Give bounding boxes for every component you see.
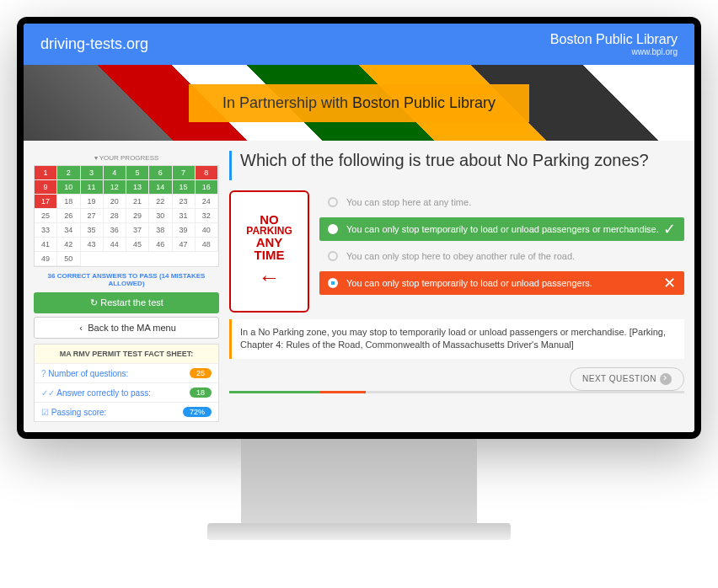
progress-cell[interactable]: 49 (35, 252, 57, 266)
progress-cell[interactable]: 29 (126, 209, 149, 223)
progress-cell[interactable]: 44 (104, 238, 126, 252)
main-panel: Which of the following is true about No … (229, 151, 684, 422)
monitor-frame: driving-tests.org Boston Public Library … (17, 17, 701, 439)
pass-note: 36 CORRECT ANSWERS TO PASS (14 MISTAKES … (34, 267, 219, 292)
screen: driving-tests.org Boston Public Library … (24, 24, 694, 432)
progress-cell[interactable]: 3 (81, 166, 104, 180)
arrow-right-icon (660, 373, 672, 385)
cross-icon: ✕ (663, 274, 676, 292)
progress-cell[interactable]: 4 (104, 166, 126, 180)
progress-cell[interactable]: 45 (126, 238, 149, 252)
fact-sheet: MA RMV PERMIT TEST FACT SHEET: ? Number … (34, 344, 219, 422)
progress-cell[interactable]: 23 (173, 195, 196, 209)
no-parking-sign: NO PARKING ANY TIME ← (229, 190, 309, 313)
fact-row: ? Number of questions:25 (35, 363, 218, 382)
progress-cell[interactable]: 21 (126, 195, 149, 209)
progress-cell[interactable]: 48 (196, 238, 218, 252)
progress-cell[interactable]: 35 (81, 223, 104, 238)
progress-cell[interactable]: 24 (196, 195, 218, 209)
restart-button[interactable]: ↻ Restart the test (34, 292, 219, 313)
fact-badge: 72% (183, 407, 212, 417)
answer-option[interactable]: You can only stop here to obey another r… (319, 244, 684, 268)
progress-cell[interactable]: 41 (35, 238, 57, 252)
radio-icon (328, 224, 338, 234)
partnership-banner: In Partnership with Boston Public Librar… (24, 65, 694, 141)
explanation: In a No Parking zone, you may stop to te… (229, 319, 684, 359)
progress-cell[interactable]: 50 (57, 252, 80, 266)
progress-cell[interactable]: 32 (196, 209, 218, 223)
progress-cell[interactable]: 47 (173, 238, 196, 252)
progress-cell[interactable]: 27 (81, 209, 104, 223)
progress-cell[interactable]: 26 (57, 209, 80, 223)
progress-cell[interactable]: 10 (57, 180, 80, 195)
fact-sheet-title: MA RMV PERMIT TEST FACT SHEET: (35, 345, 218, 363)
progress-cell[interactable]: 14 (149, 180, 172, 195)
progress-cell[interactable]: 15 (173, 180, 196, 195)
fact-badge: 18 (190, 388, 212, 398)
question-text: Which of the following is true about No … (229, 151, 684, 180)
progress-cell[interactable]: 46 (149, 238, 172, 252)
back-button[interactable]: ‹ Back to the MA menu (34, 317, 219, 339)
header: driving-tests.org Boston Public Library … (24, 24, 694, 65)
banner-text: In Partnership with Boston Public Librar… (189, 84, 529, 122)
fact-row: ☑ Passing score:72% (35, 402, 218, 421)
progress-cell[interactable]: 8 (196, 166, 218, 180)
library-name: Boston Public Library (550, 32, 678, 47)
progress-cell[interactable]: 37 (126, 223, 149, 238)
progress-cell[interactable]: 19 (81, 195, 104, 209)
progress-cell[interactable]: 20 (104, 195, 126, 209)
progress-cell[interactable]: 12 (104, 180, 126, 195)
progress-cell[interactable]: 13 (126, 180, 149, 195)
answer-list: You can stop here at any time.You can on… (319, 190, 684, 313)
progress-cell[interactable]: 11 (81, 180, 104, 195)
progress-cell[interactable]: 42 (57, 238, 80, 252)
chevron-left-icon: ‹ (77, 323, 85, 333)
answer-option[interactable]: You can only stop temporarily to load or… (319, 217, 684, 241)
arrow-left-icon: ← (259, 265, 281, 291)
progress-cell[interactable]: 1 (35, 166, 57, 180)
progress-cell[interactable]: 2 (57, 166, 80, 180)
progress-cell[interactable]: 40 (196, 223, 218, 238)
sidebar: ▾ YOUR PROGRESS 123456789101112131415161… (34, 151, 219, 422)
progress-cell[interactable]: 25 (35, 209, 57, 223)
progress-cell[interactable]: 28 (104, 209, 126, 223)
progress-cell[interactable]: 6 (149, 166, 172, 180)
progress-cell[interactable]: 18 (57, 195, 80, 209)
progress-cell[interactable]: 43 (81, 238, 104, 252)
progress-cell[interactable]: 31 (173, 209, 196, 223)
refresh-icon: ↻ (89, 297, 98, 308)
progress-cell[interactable]: 5 (126, 166, 149, 180)
fact-row: ✓✓ Answer correctly to pass:18 (35, 382, 218, 402)
progress-cell[interactable]: 16 (196, 180, 218, 195)
progress-cell[interactable]: 34 (57, 223, 80, 238)
radio-icon (328, 197, 338, 207)
content-area: ▾ YOUR PROGRESS 123456789101112131415161… (24, 141, 694, 432)
answer-option[interactable]: You can stop here at any time. (319, 190, 684, 214)
answer-option[interactable]: You can only stop temporarily to load or… (319, 271, 684, 295)
radio-icon (328, 251, 338, 261)
progress-cell[interactable]: 39 (173, 223, 196, 238)
progress-cell[interactable]: 22 (149, 195, 172, 209)
progress-cell[interactable]: 33 (35, 223, 57, 238)
progress-cell[interactable]: 30 (149, 209, 172, 223)
progress-cell[interactable]: 38 (149, 223, 172, 238)
library-url: www.bpl.org (550, 47, 678, 56)
progress-cell[interactable]: 7 (173, 166, 196, 180)
progress-cell[interactable]: 36 (104, 223, 126, 238)
fact-badge: 25 (190, 368, 212, 378)
progress-grid: 1234567891011121314151617181920212223242… (34, 165, 219, 267)
question-progress-bar (229, 391, 684, 393)
library-info: Boston Public Library www.bpl.org (550, 32, 678, 56)
check-icon: ✓ (663, 220, 676, 238)
progress-cell[interactable]: 9 (35, 180, 57, 195)
radio-icon (328, 278, 338, 288)
progress-label: ▾ YOUR PROGRESS (34, 151, 219, 165)
monitor-stand (241, 439, 477, 540)
progress-cell[interactable]: 17 (35, 195, 57, 209)
next-question-button[interactable]: NEXT QUESTION (570, 367, 684, 391)
site-logo[interactable]: driving-tests.org (40, 35, 148, 53)
